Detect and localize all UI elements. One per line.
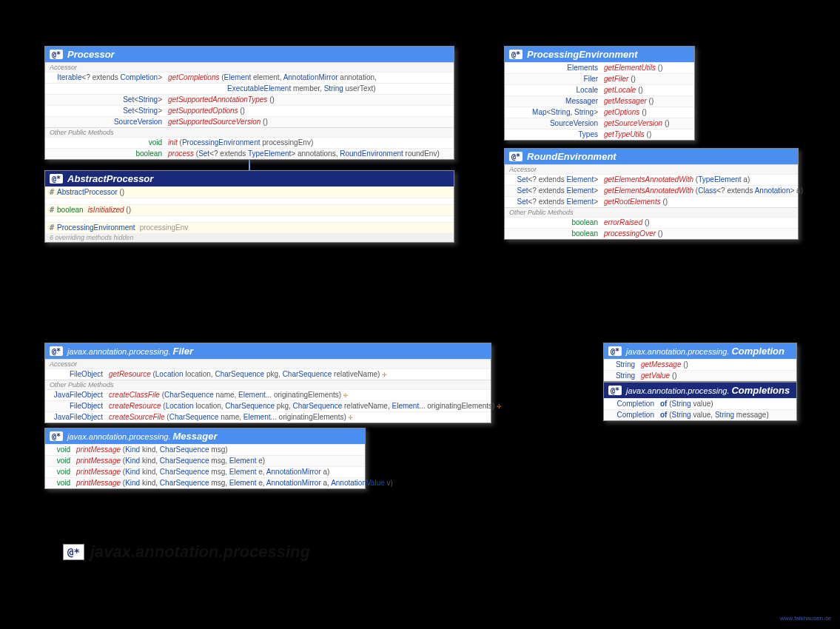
method-row: SourceVersiongetSourceVersion () bbox=[505, 118, 694, 129]
class-header: @* Processor bbox=[45, 47, 454, 62]
stereotype-badge: @* bbox=[509, 152, 523, 161]
class-box-messager: @* javax.annotation.processing. Messager… bbox=[44, 428, 366, 489]
method-row: Set<? extends Element>getElementsAnnotat… bbox=[505, 174, 798, 185]
class-title: Processor bbox=[67, 49, 115, 60]
method-row: booleanerrorRaised () bbox=[505, 217, 798, 228]
class-title: Messager bbox=[172, 431, 217, 442]
method-row: JavaFileObjectcreateClassFile (CharSeque… bbox=[45, 389, 491, 400]
method-row: Set<? extends Element>getRootElements () bbox=[505, 196, 798, 207]
method-row: LocalegetLocale () bbox=[505, 84, 694, 95]
method-row: voidprintMessage (Kind kind, CharSequenc… bbox=[45, 466, 365, 477]
package-title: @* javax.annotation.processing bbox=[63, 542, 310, 562]
method-row: Map<String, String>getOptions () bbox=[505, 107, 694, 118]
method-row: FileObjectcreateResource (Location locat… bbox=[45, 400, 491, 411]
class-box-completions: @* javax.annotation.processing. Completi… bbox=[603, 382, 797, 421]
spacer-row bbox=[45, 198, 454, 204]
field-row: #ProcessingEnvironment processingEnv bbox=[45, 222, 454, 233]
stereotype-badge: @* bbox=[50, 50, 63, 59]
class-title: RoundEnvironment bbox=[527, 151, 616, 162]
stereotype-badge: @* bbox=[608, 346, 622, 356]
watermark: www.falkhausen.de bbox=[780, 615, 831, 622]
method-row: FileObjectgetResource (Location location… bbox=[45, 369, 491, 380]
section-other: Other Public Methods bbox=[45, 127, 454, 137]
method-row: Completionof (String value) bbox=[604, 398, 796, 409]
package-name: javax.annotation.processing bbox=[90, 542, 310, 562]
pkg-prefix: javax.annotation.processing. bbox=[67, 432, 170, 441]
section-other: Other Public Methods bbox=[505, 207, 798, 217]
method-row: StringgetMessage () bbox=[604, 359, 796, 370]
class-header: @* RoundEnvironment bbox=[505, 149, 798, 164]
class-header: @* ProcessingEnvironment bbox=[505, 47, 694, 62]
class-title: AbstractProcessor bbox=[67, 173, 153, 184]
method-row: voidprintMessage (Kind kind, CharSequenc… bbox=[45, 477, 365, 488]
method-row: Set<String> getSupportedAnnotationTypes … bbox=[45, 94, 454, 105]
class-box-completion: @* javax.annotation.processing. Completi… bbox=[603, 343, 797, 382]
stereotype-badge: @* bbox=[50, 431, 63, 441]
section-accessor: Accessor bbox=[45, 62, 454, 72]
class-header: @* javax.annotation.processing. Completi… bbox=[604, 343, 796, 359]
class-header: @* javax.annotation.processing. Messager bbox=[45, 428, 365, 444]
method-row: booleanprocessingOver () bbox=[505, 228, 798, 239]
method-row: Completionof (String value, String messa… bbox=[604, 409, 796, 420]
method-row-cont: ExecutableElement member, String userTex… bbox=[45, 83, 454, 94]
method-row: Set<? extends Element>getElementsAnnotat… bbox=[505, 185, 798, 196]
class-box-filer: @* javax.annotation.processing. Filer Ac… bbox=[44, 343, 491, 423]
constructor-row: #AbstractProcessor () bbox=[45, 186, 454, 198]
method-row: ElementsgetElementUtils () bbox=[505, 62, 694, 73]
class-title: ProcessingEnvironment bbox=[527, 49, 638, 60]
class-box-roundenvironment: @* RoundEnvironment Accessor Set<? exten… bbox=[504, 148, 799, 240]
pkg-prefix: javax.annotation.processing. bbox=[626, 386, 729, 395]
spacer-row bbox=[45, 215, 454, 222]
method-row: JavaFileObjectcreateSourceFile (CharSequ… bbox=[45, 411, 491, 423]
method-row: StringgetValue () bbox=[604, 370, 796, 381]
method-row: voidprintMessage (Kind kind, CharSequenc… bbox=[45, 444, 365, 455]
method-row: #boolean isInitialized () bbox=[45, 204, 454, 215]
method-row: voidprintMessage (Kind kind, CharSequenc… bbox=[45, 455, 365, 466]
pkg-prefix: javax.annotation.processing. bbox=[626, 347, 729, 356]
method-row: FilergetFiler () bbox=[505, 73, 694, 84]
class-header: @* AbstractProcessor bbox=[45, 171, 454, 186]
stereotype-badge: @* bbox=[608, 386, 622, 395]
method-row: Set<String> getSupportedOptions () bbox=[45, 105, 454, 116]
method-row: boolean process (Set<? extends TypeEleme… bbox=[45, 148, 454, 159]
class-title: Completion bbox=[731, 346, 784, 357]
section-accessor: Accessor bbox=[45, 359, 491, 369]
method-row: MessagergetMessager () bbox=[505, 95, 694, 107]
hidden-methods-note: 6 overriding methods hidden bbox=[45, 233, 454, 242]
stereotype-badge: @* bbox=[50, 174, 63, 184]
class-box-processor: @* Processor Accessor Iterable<? extends… bbox=[44, 46, 454, 160]
section-other: Other Public Methods bbox=[45, 380, 491, 389]
class-title: Completions bbox=[731, 385, 790, 396]
class-box-abstractprocessor: @* AbstractProcessor #AbstractProcessor … bbox=[44, 170, 454, 243]
method-row: TypesgetTypeUtils () bbox=[505, 129, 694, 140]
class-box-processingenvironment: @* ProcessingEnvironment ElementsgetElem… bbox=[504, 46, 695, 141]
section-accessor: Accessor bbox=[505, 164, 798, 174]
method-row: void init (ProcessingEnvironment process… bbox=[45, 137, 454, 148]
class-header: @* javax.annotation.processing. Completi… bbox=[604, 383, 796, 398]
stereotype-badge: @* bbox=[63, 544, 84, 560]
stereotype-badge: @* bbox=[509, 50, 523, 59]
method-row: SourceVersion getSupportedSourceVersion … bbox=[45, 116, 454, 127]
method-row: Iterable<? extends Completion> getComple… bbox=[45, 72, 454, 83]
pkg-prefix: javax.annotation.processing. bbox=[67, 347, 170, 356]
class-title: Filer bbox=[172, 346, 192, 357]
stereotype-badge: @* bbox=[50, 346, 63, 356]
class-header: @* javax.annotation.processing. Filer bbox=[45, 343, 491, 359]
